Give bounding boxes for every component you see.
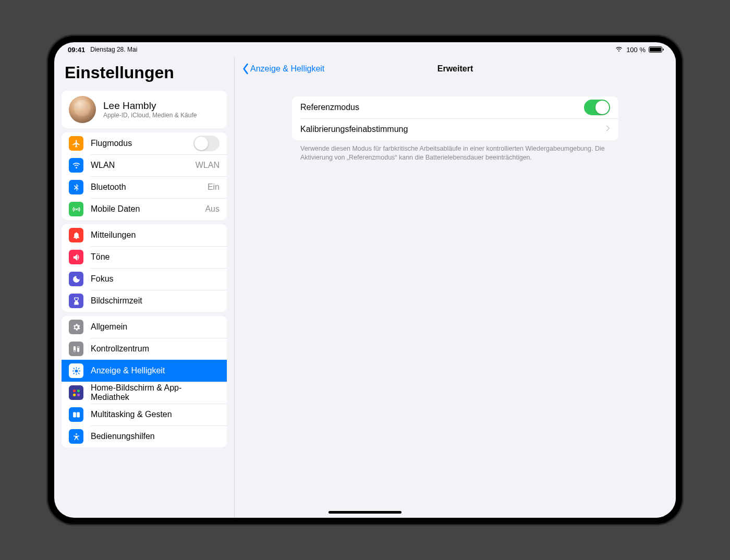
svg-rect-5 — [73, 412, 76, 417]
svg-rect-3 — [73, 393, 76, 396]
bluetooth-value: Ein — [208, 182, 220, 192]
profile-card[interactable]: Lee Hambly Apple-ID, iCloud, Medien & Kä… — [62, 91, 227, 128]
battery-percent: 100 % — [626, 46, 646, 54]
svg-point-0 — [75, 369, 78, 372]
airplane-icon — [69, 136, 83, 151]
screentime-label: Bildschirmzeit — [91, 296, 220, 306]
calibration-row[interactable]: Kalibrierungsfeinabstimmung — [292, 118, 618, 140]
calibration-label: Kalibrierungsfeinabstimmung — [300, 125, 601, 134]
sidebar-item-sounds[interactable]: Töne — [62, 246, 227, 268]
reference-mode-toggle[interactable] — [584, 100, 610, 115]
sidebar-item-controlcenter[interactable]: Kontrollzentrum — [62, 338, 227, 360]
sidebar-item-accessibility[interactable]: Bedienungshilfen — [62, 425, 227, 447]
focus-icon — [69, 272, 83, 286]
detail-pane: Anzeige & Helligkeit Erweitert Referenzm… — [235, 57, 676, 518]
chevron-right-icon — [606, 125, 610, 134]
sidebar-title: Einstellungen — [54, 57, 234, 87]
notifications-icon — [69, 228, 83, 242]
sidebar-item-airplane[interactable]: Flugmodus — [62, 132, 227, 154]
reference-mode-group: Referenzmodus Kalibrierungsfeinabstimmun… — [292, 96, 618, 140]
sidebar-item-bluetooth[interactable]: Bluetooth Ein — [62, 176, 227, 198]
sidebar-item-display[interactable]: Anzeige & Helligkeit — [62, 360, 227, 382]
svg-rect-1 — [73, 389, 76, 392]
controlcenter-icon — [69, 342, 83, 356]
sounds-label: Töne — [91, 252, 220, 262]
status-time: 09:41 — [68, 46, 85, 54]
sidebar-item-wlan[interactable]: WLAN WLAN — [62, 154, 227, 176]
wifi-settings-icon — [69, 158, 83, 173]
bluetooth-label: Bluetooth — [91, 182, 200, 192]
sounds-icon — [69, 250, 83, 264]
cellular-label: Mobile Daten — [91, 204, 198, 214]
display-icon — [69, 363, 83, 378]
group-footer-note: Verwende diesen Modus für farbkritische … — [292, 140, 618, 162]
status-bar: 09:41 Dienstag 28. Mai 100 % — [54, 42, 676, 57]
general-icon — [69, 320, 83, 334]
svg-rect-6 — [77, 412, 80, 417]
wlan-label: WLAN — [91, 161, 188, 170]
accessibility-label: Bedienungshilfen — [91, 432, 220, 441]
screentime-icon — [69, 294, 83, 308]
wlan-value: WLAN — [196, 161, 220, 170]
svg-rect-2 — [77, 389, 79, 392]
back-label: Anzeige & Helligkeit — [250, 64, 324, 74]
avatar — [69, 96, 96, 123]
airplane-label: Flugmodus — [91, 139, 186, 148]
profile-name: Lee Hambly — [103, 100, 197, 112]
sidebar-item-cellular[interactable]: Mobile Daten Aus — [62, 198, 227, 220]
profile-subtitle: Apple-ID, iCloud, Medien & Käufe — [103, 112, 197, 119]
detail-navbar: Anzeige & Helligkeit Erweitert — [235, 57, 676, 81]
controlcenter-label: Kontrollzentrum — [91, 344, 220, 354]
screen: 09:41 Dienstag 28. Mai 100 % Einstellung… — [54, 42, 676, 518]
sidebar-item-notifications[interactable]: Mitteilungen — [62, 224, 227, 246]
homescreen-label: Home-Bildschirm & App-Mediathek — [91, 383, 220, 402]
sidebar-item-general[interactable]: Allgemein — [62, 316, 227, 338]
sidebar-item-homescreen[interactable]: Home-Bildschirm & App-Mediathek — [62, 382, 227, 404]
general-label: Allgemein — [91, 322, 220, 332]
reference-mode-row[interactable]: Referenzmodus — [292, 96, 618, 118]
svg-point-7 — [76, 433, 77, 435]
focus-label: Fokus — [91, 274, 220, 284]
ipad-device-frame: 09:41 Dienstag 28. Mai 100 % Einstellung… — [47, 35, 683, 525]
cellular-icon — [69, 202, 83, 216]
cellular-value: Aus — [205, 204, 220, 214]
bluetooth-icon — [69, 180, 83, 194]
status-date: Dienstag 28. Mai — [90, 46, 137, 53]
sidebar-item-focus[interactable]: Fokus — [62, 268, 227, 290]
settings-sidebar: Einstellungen Lee Hambly Apple-ID, iClou… — [54, 57, 235, 518]
sidebar-item-multitasking[interactable]: Multitasking & Gesten — [62, 404, 227, 425]
multitasking-label: Multitasking & Gesten — [91, 410, 220, 419]
airplane-toggle[interactable] — [193, 136, 220, 151]
accessibility-icon — [69, 429, 83, 444]
back-button[interactable]: Anzeige & Helligkeit — [242, 63, 324, 75]
reference-mode-label: Referenzmodus — [300, 103, 579, 112]
chevron-left-icon — [242, 63, 249, 75]
battery-icon — [649, 46, 662, 53]
svg-rect-4 — [77, 393, 79, 396]
sidebar-item-screentime[interactable]: Bildschirmzeit — [62, 290, 227, 312]
display-label: Anzeige & Helligkeit — [91, 366, 220, 375]
notifications-label: Mitteilungen — [91, 230, 220, 240]
multitasking-icon — [69, 407, 83, 422]
home-indicator[interactable] — [328, 511, 402, 514]
homescreen-icon — [69, 385, 83, 400]
wifi-icon — [615, 46, 623, 54]
